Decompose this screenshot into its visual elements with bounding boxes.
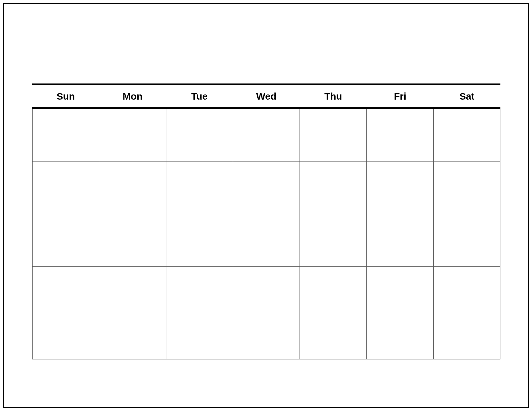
calendar-cell <box>300 319 367 359</box>
calendar-cell <box>367 214 433 267</box>
calendar-grid <box>32 109 500 372</box>
calendar-cell <box>300 109 367 161</box>
calendar-cell <box>166 267 233 319</box>
calendar-cell <box>233 161 300 214</box>
calendar-cell <box>233 319 300 359</box>
calendar-header-row: Sun Mon Tue Wed Thu Fri Sat <box>32 85 500 109</box>
calendar-cell <box>166 109 233 161</box>
day-header-mon: Mon <box>99 85 166 107</box>
calendar-cell <box>166 319 233 359</box>
calendar-cell <box>300 214 367 267</box>
day-header-sat: Sat <box>434 85 500 107</box>
calendar-row <box>32 214 500 267</box>
day-header-thu: Thu <box>300 85 367 107</box>
calendar-cell <box>300 161 367 214</box>
calendar-cell <box>32 109 99 161</box>
calendar-cell <box>233 267 300 319</box>
calendar-cell <box>367 319 433 359</box>
calendar-cell <box>99 109 166 161</box>
calendar-cell <box>32 161 99 214</box>
calendar: Sun Mon Tue Wed Thu Fri Sat <box>32 83 500 372</box>
calendar-cell <box>99 214 166 267</box>
calendar-cell <box>32 214 99 267</box>
day-header-sun: Sun <box>32 85 99 107</box>
calendar-cell <box>32 319 99 359</box>
calendar-cell <box>166 161 233 214</box>
calendar-cell <box>367 109 433 161</box>
calendar-row <box>32 319 500 372</box>
calendar-cell <box>99 267 166 319</box>
calendar-cell <box>233 214 300 267</box>
calendar-cell <box>367 267 433 319</box>
calendar-cell <box>99 161 166 214</box>
calendar-cell <box>434 161 500 214</box>
calendar-row <box>32 267 500 319</box>
calendar-cell <box>233 109 300 161</box>
day-header-tue: Tue <box>166 85 233 107</box>
calendar-cell <box>367 161 433 214</box>
calendar-cell <box>434 109 500 161</box>
calendar-row <box>32 161 500 214</box>
calendar-cell <box>99 319 166 359</box>
calendar-cell <box>32 267 99 319</box>
calendar-cell <box>434 214 500 267</box>
calendar-cell <box>434 319 500 359</box>
day-header-fri: Fri <box>367 85 433 107</box>
calendar-cell <box>166 214 233 267</box>
calendar-cell <box>300 267 367 319</box>
day-header-wed: Wed <box>233 85 300 107</box>
calendar-row <box>32 109 500 161</box>
calendar-cell <box>434 267 500 319</box>
